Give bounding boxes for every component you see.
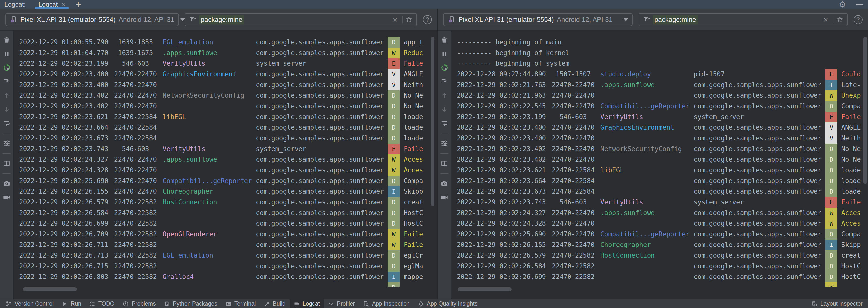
previous-occurrence-icon[interactable]	[440, 91, 448, 100]
log-row[interactable]: 2022-12-29 02:02:22.54522470-22470Compat…	[457, 101, 864, 112]
log-row[interactable]: 2022-12-29 02:02:23.62122470-22584libEGL…	[457, 165, 864, 175]
log-row[interactable]: 2022-12-29 02:02:24.32722470-22470.apps.…	[19, 154, 433, 165]
next-occurrence-icon[interactable]	[440, 105, 448, 113]
vertical-scrollbar[interactable]	[431, 37, 434, 206]
device-selector[interactable]: Pixel XL API 31 (emulator-5554) Android …	[5, 13, 179, 26]
log-row[interactable]: D	[19, 282, 433, 287]
log-row[interactable]: 2022-12-29 02:02:23.40222470-22470Networ…	[457, 144, 864, 154]
log-row[interactable]: --------- beginning of main	[457, 37, 864, 48]
statusbar-item-app-quality-insights[interactable]: App Quality Insights	[414, 299, 482, 308]
log-row[interactable]: 2022-12-29 02:02:25.69022470-22470Compat…	[457, 229, 864, 240]
take-screenshot-icon[interactable]	[440, 179, 448, 188]
statusbar-item-version-control[interactable]: Version Control	[1, 299, 58, 308]
log-row[interactable]: 2022-12-29 02:02:26.80322470-22582Grallo…	[19, 272, 433, 282]
close-icon[interactable]: ×	[61, 1, 65, 8]
log-row[interactable]: 2022-12-29 02:02:21.96322470-22470com.go…	[457, 90, 864, 101]
horizontal-scrollbar[interactable]	[458, 287, 512, 291]
log-row[interactable]: 2022-12-29 02:02:26.58422470-22582com.go…	[19, 207, 433, 218]
log-row[interactable]: 2022-12-29 02:02:23.40022470-22470Graphi…	[19, 69, 433, 80]
log-row[interactable]: 2022-12-29 02:02:23.66422470-22584com.go…	[457, 175, 864, 186]
record-screen-icon[interactable]	[3, 193, 11, 201]
log-row[interactable]: 2022-12-29 02:02:24.32822470-22470com.go…	[19, 165, 433, 175]
record-screen-icon[interactable]	[440, 193, 448, 201]
help-icon[interactable]: ?	[423, 15, 432, 24]
restart-logcat-icon[interactable]	[440, 64, 448, 72]
log-row[interactable]: 2022-12-29 02:02:23.743546-603VerityUtil…	[457, 197, 864, 207]
log-row[interactable]: 2022-12-29 02:02:26.71522470-22582com.go…	[19, 261, 433, 272]
log-row[interactable]: 2022-12-29 02:02:23.62122470-22584libEGL…	[19, 112, 433, 122]
statusbar-item-app-inspection[interactable]: App Inspection	[359, 299, 414, 308]
log-row[interactable]: 2022-12-28 09:27:44.8901507-1507studio.d…	[457, 69, 864, 80]
filter-input[interactable]: package:mine ×	[639, 13, 848, 26]
log-row[interactable]: 2022-12-29 02:02:26.15522470-22470Choreo…	[457, 240, 864, 250]
filter-input[interactable]: package:mine ×	[185, 13, 417, 26]
log-row[interactable]: --------- beginning of system	[457, 58, 864, 69]
statusbar-item-logcat[interactable]: Logcat	[289, 299, 324, 308]
soft-wrap-icon[interactable]	[3, 119, 11, 127]
log-row[interactable]: 2022-12-29 02:02:23.67322470-22584com.go…	[19, 133, 433, 144]
log-row[interactable]: 2022-12-29 02:02:26.69922470-22582com.go…	[19, 218, 433, 229]
split-panels-icon[interactable]	[3, 160, 11, 167]
log-row[interactable]: 2022-12-29 02:02:23.66422470-22584com.go…	[19, 122, 433, 133]
log-row[interactable]: 2022-12-29 02:02:21.76322470-22470.apps.…	[457, 80, 864, 90]
log-row[interactable]: 2022-12-29 02:02:26.71122470-22582com.go…	[19, 240, 433, 250]
log-row[interactable]: --------- beginning of kernel	[457, 48, 864, 58]
log-row[interactable]: 2022-12-29 02:02:23.40022470-22470Graphi…	[457, 122, 864, 133]
add-tab-button[interactable]: +	[75, 0, 81, 9]
log-row[interactable]: 2022-12-29 02:02:26.15522470-22470Choreo…	[19, 186, 433, 197]
log-row[interactable]: 2022-12-29 02:02:26.70922470-22582OpenGL…	[19, 229, 433, 240]
pause-logcat-icon[interactable]	[3, 50, 11, 58]
log-row[interactable]: 2022-12-29 02:02:23.40022470-22470com.go…	[457, 133, 864, 144]
previous-occurrence-icon[interactable]	[3, 91, 11, 100]
restart-logcat-icon[interactable]	[3, 64, 11, 72]
statusbar-item-terminal[interactable]: Terminal	[221, 299, 260, 308]
statusbar-item-run[interactable]: Run	[58, 299, 85, 308]
horizontal-scrollbar[interactable]	[23, 287, 77, 291]
statusbar-item-todo[interactable]: TODO	[85, 299, 118, 308]
log-row[interactable]: 2022-12-29 02:02:24.32822470-22470com.go…	[457, 218, 864, 229]
log-row[interactable]: 2022-12-29 02:02:25.69022470-22470Compat…	[19, 175, 433, 186]
log-row[interactable]: 2022-12-29 02:02:23.40022470-22470com.go…	[19, 80, 433, 90]
log-row[interactable]: 2022-12-29 02:02:24.32722470-22470.apps.…	[457, 207, 864, 218]
configure-logcat-icon[interactable]	[3, 139, 11, 147]
split-panels-icon[interactable]	[440, 160, 448, 167]
help-icon[interactable]: ?	[854, 15, 863, 24]
take-screenshot-icon[interactable]	[3, 179, 11, 188]
gear-icon[interactable]: ⚙	[839, 0, 846, 9]
log-row[interactable]: 2022-12-29 02:02:23.199546-603VerityUtil…	[19, 58, 433, 69]
log-row[interactable]: 2022-12-29 02:02:23.40222470-22470com.go…	[19, 101, 433, 112]
log-row[interactable]: 2022-12-29 02:02:26.57922470-22582HostCo…	[457, 250, 864, 261]
clear-filter-icon[interactable]: ×	[390, 16, 400, 24]
statusbar-item-layout-inspector[interactable]: Layout Inspector	[807, 299, 867, 308]
favorite-star-icon[interactable]	[405, 16, 413, 24]
statusbar-item-problems[interactable]: Problems	[118, 299, 159, 308]
tab-logcat[interactable]: Logcat ×	[37, 0, 67, 9]
soft-wrap-icon[interactable]	[440, 119, 448, 127]
favorite-star-icon[interactable]	[836, 16, 844, 24]
scroll-to-end-icon[interactable]	[3, 78, 11, 86]
log-row[interactable]: 2022-12-29 01:00:55.7901639-1855EGL_emul…	[19, 37, 433, 48]
vertical-scrollbar[interactable]	[863, 37, 867, 184]
log-row[interactable]: 2022-12-29 02:02:23.199546-603VerityUtil…	[457, 112, 864, 122]
statusbar-item-profiler[interactable]: Profiler	[324, 299, 359, 308]
configure-logcat-icon[interactable]	[440, 139, 448, 147]
clear-logcat-icon[interactable]	[3, 36, 11, 44]
statusbar-item-python-packages[interactable]: Python Packages	[160, 299, 221, 308]
log-row[interactable]: 2022-12-29 02:02:26.69922470-22582com.go…	[457, 272, 864, 282]
log-row[interactable]: 2022-12-29 02:02:23.40222470-22470Networ…	[19, 90, 433, 101]
clear-filter-icon[interactable]: ×	[821, 16, 831, 24]
pause-logcat-icon[interactable]	[440, 50, 448, 58]
log-row[interactable]: 2022-12-29 02:02:26.58422470-22582com.go…	[457, 261, 864, 272]
log-row[interactable]: W	[457, 282, 864, 287]
log-row[interactable]: 2022-12-29 01:01:04.7701639-1675.apps.su…	[19, 48, 433, 58]
scroll-to-end-icon[interactable]	[440, 78, 448, 86]
log-row[interactable]: 2022-12-29 02:02:23.67322470-22584com.go…	[457, 186, 864, 197]
hide-icon[interactable]	[856, 4, 863, 5]
device-selector[interactable]: Pixel XL API 31 (emulator-5554) Android …	[443, 13, 633, 26]
log-row[interactable]: 2022-12-29 02:02:23.743546-603VerityUtil…	[19, 144, 433, 154]
statusbar-item-build[interactable]: Build	[260, 299, 289, 308]
clear-logcat-icon[interactable]	[440, 36, 448, 44]
next-occurrence-icon[interactable]	[3, 105, 11, 113]
log-row[interactable]: 2022-12-29 02:02:23.40222470-22470com.go…	[457, 154, 864, 165]
log-row[interactable]: 2022-12-29 02:02:26.71322470-22582EGL_em…	[19, 250, 433, 261]
